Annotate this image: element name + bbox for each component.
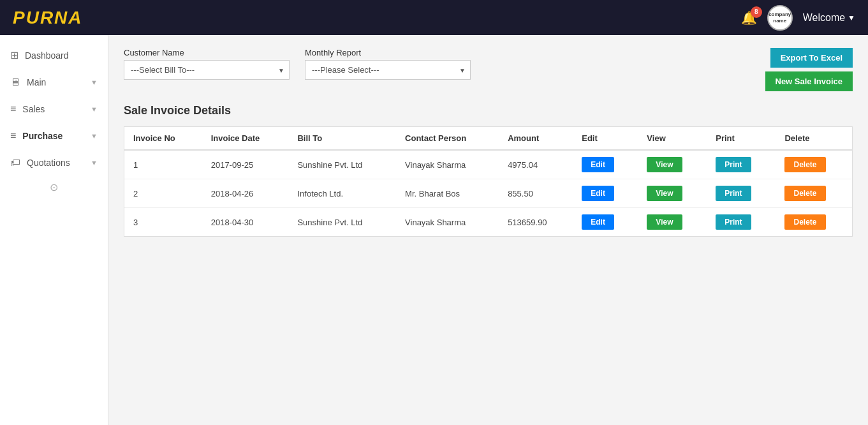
sidebar-item-sales[interactable]: ≡ Sales ▼ [0, 96, 108, 123]
quotations-icon: 🏷 [10, 157, 20, 168]
cell-invoice-date: 2018-04-26 [202, 179, 289, 208]
col-bill-to: Bill To [288, 127, 396, 150]
sidebar-item-label: Dashboard [25, 50, 69, 61]
cell-invoice-no: 1 [124, 150, 202, 179]
new-sale-invoice-button[interactable]: New Sale Invoice [765, 71, 853, 91]
customer-name-select[interactable]: ---Select Bill To--- [124, 60, 290, 80]
dashboard-icon: ⊞ [10, 49, 18, 61]
edit-button[interactable]: Edit [582, 214, 614, 230]
header-right: 🔔 8 companyname Welcome ▼ [741, 5, 855, 31]
section-title: Sale Invoice Details [124, 104, 853, 117]
print-button[interactable]: Print [716, 157, 751, 172]
cell-delete: Delete [776, 179, 852, 208]
cell-contact-person: Vinayak Sharma [396, 150, 499, 179]
delete-button[interactable]: Delete [784, 157, 825, 172]
invoice-table: Invoice No Invoice Date Bill To Contact … [124, 127, 852, 236]
monthly-report-filter: Monthly Report ---Please Select--- [305, 48, 471, 80]
sidebar-item-label: Purchase [22, 131, 63, 141]
sales-icon: ≡ [10, 103, 16, 115]
chevron-right-icon: ▼ [91, 159, 98, 167]
chevron-right-icon: ▼ [91, 132, 98, 140]
col-invoice-no: Invoice No [124, 127, 202, 150]
logo: PURNA [13, 8, 83, 28]
cell-bill-to: Sunshine Pvt. Ltd [288, 150, 396, 179]
table-row: 2 2018-04-26 Infotech Ltd. Mr. Bharat Bo… [124, 179, 852, 208]
monthly-report-label: Monthly Report [305, 48, 471, 57]
table-row: 3 2018-04-30 Sunshine Pvt. Ltd Vinayak S… [124, 208, 852, 237]
cell-view: View [638, 208, 707, 237]
cell-edit: Edit [573, 150, 638, 179]
cell-edit: Edit [573, 208, 638, 237]
welcome-label: Welcome [803, 12, 845, 24]
view-button[interactable]: View [647, 214, 682, 230]
sidebar-collapse-button[interactable]: ⊙ [0, 176, 108, 198]
export-excel-button[interactable]: Export To Excel [770, 48, 853, 68]
action-buttons: Export To Excel New Sale Invoice [765, 48, 853, 91]
cell-invoice-date: 2018-04-30 [202, 208, 289, 237]
chevron-right-icon: ▼ [91, 78, 98, 86]
customer-name-select-wrapper: ---Select Bill To--- [124, 60, 290, 80]
main-content: Customer Name ---Select Bill To--- Month… [108, 35, 868, 425]
view-button[interactable]: View [647, 186, 682, 201]
col-invoice-date: Invoice Date [202, 127, 289, 150]
cell-edit: Edit [573, 179, 638, 208]
table-row: 1 2017-09-25 Sunshine Pvt. Ltd Vinayak S… [124, 150, 852, 179]
print-button[interactable]: Print [716, 186, 751, 201]
cell-invoice-no: 3 [124, 208, 202, 237]
cell-bill-to: Infotech Ltd. [288, 179, 396, 208]
cell-print: Print [707, 150, 776, 179]
col-delete: Delete [776, 127, 852, 150]
cell-amount: 855.50 [499, 179, 573, 208]
customer-name-label: Customer Name [124, 48, 290, 57]
cell-delete: Delete [776, 208, 852, 237]
cell-bill-to: Sunshine Pvt. Ltd [288, 208, 396, 237]
chevron-right-icon: ▼ [91, 105, 98, 113]
print-button[interactable]: Print [716, 214, 751, 230]
monthly-report-select[interactable]: ---Please Select--- [305, 60, 471, 80]
cell-invoice-date: 2017-09-25 [202, 150, 289, 179]
sidebar-item-main[interactable]: 🖥 Main ▼ [0, 69, 108, 96]
table-header-row: Invoice No Invoice Date Bill To Contact … [124, 127, 852, 150]
cell-print: Print [707, 208, 776, 237]
header: PURNA 🔔 8 companyname Welcome ▼ [0, 0, 868, 35]
edit-button[interactable]: Edit [582, 157, 614, 172]
col-amount: Amount [499, 127, 573, 150]
cell-amount: 4975.04 [499, 150, 573, 179]
sidebar-item-purchase[interactable]: ≡ Purchase ▼ [0, 123, 108, 149]
sidebar-item-label: Sales [22, 104, 45, 114]
collapse-icon: ⊙ [50, 181, 58, 193]
customer-name-filter: Customer Name ---Select Bill To--- [124, 48, 290, 80]
delete-button[interactable]: Delete [784, 186, 825, 201]
col-print: Print [707, 127, 776, 150]
monthly-report-select-wrapper: ---Please Select--- [305, 60, 471, 80]
cell-view: View [638, 150, 707, 179]
main-icon: 🖥 [10, 77, 20, 88]
sidebar: ⊞ Dashboard 🖥 Main ▼ ≡ Sales ▼ ≡ Purchas… [0, 35, 108, 425]
delete-button[interactable]: Delete [784, 214, 825, 230]
sidebar-item-label: Main [27, 77, 46, 87]
company-logo[interactable]: companyname [767, 5, 793, 31]
welcome-dropdown[interactable]: Welcome ▼ [803, 12, 855, 24]
cell-print: Print [707, 179, 776, 208]
cell-amount: 513659.90 [499, 208, 573, 237]
body-wrap: ⊞ Dashboard 🖥 Main ▼ ≡ Sales ▼ ≡ Purchas… [0, 35, 868, 425]
col-view: View [638, 127, 707, 150]
sidebar-item-quotations[interactable]: 🏷 Quotations ▼ [0, 149, 108, 176]
notification-badge: 8 [751, 6, 762, 18]
cell-invoice-no: 2 [124, 179, 202, 208]
col-contact-person: Contact Person [396, 127, 499, 150]
cell-contact-person: Vinayak Sharma [396, 208, 499, 237]
cell-contact-person: Mr. Bharat Bos [396, 179, 499, 208]
sidebar-item-dashboard[interactable]: ⊞ Dashboard [0, 41, 108, 69]
purchase-icon: ≡ [10, 130, 16, 142]
chevron-down-icon: ▼ [848, 13, 855, 22]
edit-button[interactable]: Edit [582, 186, 614, 201]
notification-bell[interactable]: 🔔 8 [741, 10, 757, 26]
cell-view: View [638, 179, 707, 208]
cell-delete: Delete [776, 150, 852, 179]
view-button[interactable]: View [647, 157, 682, 172]
invoice-table-wrap: Invoice No Invoice Date Bill To Contact … [124, 126, 853, 237]
col-edit: Edit [573, 127, 638, 150]
sidebar-item-label: Quotations [27, 158, 70, 168]
